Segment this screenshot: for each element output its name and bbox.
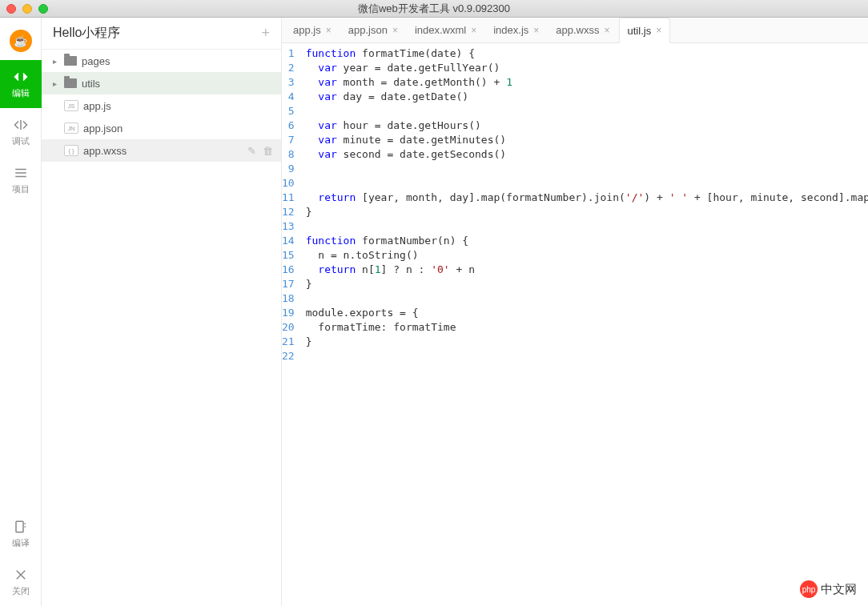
code-line[interactable] bbox=[306, 291, 868, 306]
edit-icon[interactable]: ✎ bbox=[247, 145, 256, 157]
code-editor[interactable]: 12345678910111213141516171819202122 func… bbox=[282, 43, 868, 606]
close-window-button[interactable] bbox=[6, 4, 16, 14]
line-number: 12 bbox=[282, 205, 295, 219]
maximize-window-button[interactable] bbox=[38, 4, 48, 14]
tab-close-icon[interactable]: × bbox=[471, 25, 476, 36]
line-number: 11 bbox=[282, 191, 295, 205]
watermark: php 中文网 bbox=[800, 580, 857, 598]
tab-label: app.js bbox=[293, 24, 321, 36]
file-app.json[interactable]: JNapp.json bbox=[42, 117, 281, 139]
code-line[interactable]: } bbox=[306, 277, 868, 291]
nav-edit[interactable]: 编辑 bbox=[0, 60, 42, 108]
watermark-badge: php bbox=[800, 580, 818, 598]
line-number: 20 bbox=[282, 320, 295, 335]
svg-rect-4 bbox=[16, 521, 23, 532]
code-line[interactable] bbox=[306, 349, 868, 363]
code-line[interactable]: return [year, month, day].map(formatNumb… bbox=[306, 191, 868, 205]
titlebar: 微信web开发者工具 v0.9.092300 bbox=[0, 0, 868, 18]
code-lines[interactable]: function formatTime(date) { var year = d… bbox=[306, 46, 868, 606]
file-tree: ▸pages▸utilsJSapp.jsJNapp.json{ }app.wxs… bbox=[42, 50, 281, 606]
nav-debug[interactable]: 调试 bbox=[0, 108, 42, 156]
close-icon bbox=[14, 568, 28, 582]
nav-close[interactable]: 关闭 bbox=[0, 558, 42, 606]
tree-item-label: app.wxss bbox=[83, 145, 127, 157]
line-number: 16 bbox=[282, 263, 295, 277]
menu-icon bbox=[14, 166, 28, 180]
chevron-right-icon: ▸ bbox=[53, 79, 59, 88]
line-gutter: 12345678910111213141516171819202122 bbox=[282, 46, 306, 606]
debug-icon bbox=[14, 118, 28, 132]
code-line[interactable]: var month = date.getMonth() + 1 bbox=[306, 75, 868, 90]
tab-index-js[interactable]: index.js× bbox=[485, 18, 548, 42]
nav-debug-label: 调试 bbox=[12, 135, 30, 147]
nav-compile-label: 编译 bbox=[12, 537, 30, 549]
code-line[interactable]: module.exports = { bbox=[306, 306, 868, 320]
tab-app-json[interactable]: app.json× bbox=[340, 18, 407, 42]
add-file-button[interactable]: + bbox=[261, 25, 270, 42]
file-type-badge: { } bbox=[64, 145, 78, 156]
code-line[interactable] bbox=[306, 219, 868, 234]
window-title: 微信web开发者工具 v0.9.092300 bbox=[0, 2, 868, 16]
code-line[interactable]: var day = date.getDate() bbox=[306, 90, 868, 104]
tree-item-label: utils bbox=[82, 78, 100, 90]
nav-compile[interactable]: 编译 bbox=[0, 510, 42, 558]
line-number: 10 bbox=[282, 176, 295, 191]
tab-close-icon[interactable]: × bbox=[605, 25, 610, 36]
delete-icon[interactable]: 🗑 bbox=[263, 145, 273, 157]
folder-utils[interactable]: ▸utils bbox=[42, 72, 281, 94]
code-line[interactable]: } bbox=[306, 205, 868, 219]
project-header: Hello小程序 + bbox=[42, 18, 281, 50]
code-line[interactable]: var year = date.getFullYear() bbox=[306, 61, 868, 75]
code-line[interactable]: var minute = date.getMinutes() bbox=[306, 133, 868, 147]
folder-pages[interactable]: ▸pages bbox=[42, 50, 281, 72]
code-line[interactable]: function formatNumber(n) { bbox=[306, 234, 868, 248]
line-number: 22 bbox=[282, 349, 295, 363]
code-line[interactable] bbox=[306, 176, 868, 191]
minimize-window-button[interactable] bbox=[22, 4, 32, 14]
file-panel: Hello小程序 + ▸pages▸utilsJSapp.jsJNapp.jso… bbox=[42, 18, 282, 606]
code-line[interactable]: var second = date.getSeconds() bbox=[306, 147, 868, 162]
tab-util-js[interactable]: util.js× bbox=[619, 18, 671, 43]
chevron-right-icon: ▸ bbox=[53, 57, 59, 66]
line-number: 1 bbox=[282, 46, 295, 61]
file-type-badge: JS bbox=[64, 100, 78, 111]
code-icon bbox=[14, 70, 28, 84]
file-app.wxss[interactable]: { }app.wxss✎🗑 bbox=[42, 139, 281, 162]
tab-close-icon[interactable]: × bbox=[392, 25, 398, 36]
tab-index-wxml[interactable]: index.wxml× bbox=[407, 18, 485, 42]
tab-close-icon[interactable]: × bbox=[326, 25, 332, 36]
line-number: 14 bbox=[282, 234, 295, 248]
line-number: 6 bbox=[282, 118, 295, 133]
tab-close-icon[interactable]: × bbox=[656, 25, 661, 36]
code-line[interactable]: var hour = date.getHours() bbox=[306, 118, 868, 133]
tab-label: index.wxml bbox=[415, 24, 466, 36]
code-line[interactable] bbox=[306, 162, 868, 176]
line-number: 15 bbox=[282, 248, 295, 263]
nav-project[interactable]: 项目 bbox=[0, 156, 42, 204]
code-line[interactable]: return n[1] ? n : '0' + n bbox=[306, 263, 868, 277]
tab-label: index.js bbox=[493, 24, 528, 36]
line-number: 13 bbox=[282, 219, 295, 234]
code-line[interactable]: formatTime: formatTime bbox=[306, 320, 868, 335]
row-actions: ✎🗑 bbox=[247, 145, 273, 157]
line-number: 21 bbox=[282, 335, 295, 349]
line-number: 5 bbox=[282, 104, 295, 118]
file-app.js[interactable]: JSapp.js bbox=[42, 94, 281, 117]
code-line[interactable] bbox=[306, 104, 868, 118]
tab-label: util.js bbox=[628, 25, 652, 37]
tab-label: app.wxss bbox=[556, 24, 599, 36]
nav-edit-label: 编辑 bbox=[12, 87, 30, 99]
code-line[interactable]: function formatTime(date) { bbox=[306, 46, 868, 61]
tab-bar: app.js×app.json×index.wxml×index.js×app.… bbox=[282, 18, 868, 43]
tab-close-icon[interactable]: × bbox=[533, 25, 539, 36]
code-line[interactable]: } bbox=[306, 335, 868, 349]
line-number: 2 bbox=[282, 61, 295, 75]
tree-item-label: app.js bbox=[83, 100, 111, 112]
tab-app-js[interactable]: app.js× bbox=[285, 18, 340, 42]
tab-app-wxss[interactable]: app.wxss× bbox=[548, 18, 618, 42]
line-number: 9 bbox=[282, 162, 295, 176]
project-name: Hello小程序 bbox=[53, 25, 120, 42]
code-line[interactable]: n = n.toString() bbox=[306, 248, 868, 263]
line-number: 3 bbox=[282, 75, 295, 90]
tab-label: app.json bbox=[348, 24, 388, 36]
